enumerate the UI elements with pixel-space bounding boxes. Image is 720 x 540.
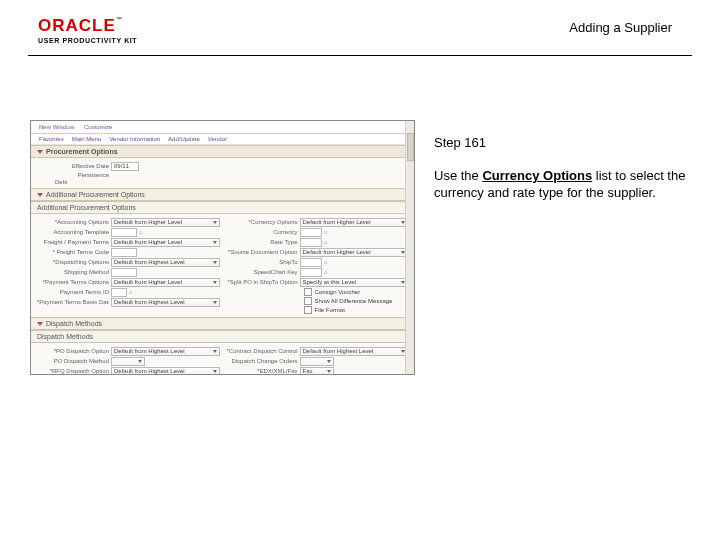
effdate-field[interactable]: 09/11 xyxy=(111,162,139,171)
scrollbar-thumb[interactable] xyxy=(407,133,414,161)
dispatch-grid: *PO Dispatch OptionDefault from Highest … xyxy=(31,343,414,375)
po-dispatch-option-select[interactable]: Default from Highest Level xyxy=(111,347,220,356)
step-instruction: Use the Currency Options list to select … xyxy=(434,168,694,201)
eff-block: Effective Date 09/11 Persistence Default xyxy=(31,158,414,188)
step-label: Step 161 xyxy=(434,135,694,150)
oracle-logo: ORACLE™ USER PRODUCTIVITY KIT xyxy=(38,16,137,44)
main-panel: Procurement Options Effective Date 09/11… xyxy=(31,145,414,375)
section-title: Additional Procurement Options xyxy=(37,204,136,211)
payment-basis-date-select[interactable]: Default from Highest Level xyxy=(111,298,220,307)
rfq-dispatch-option-select[interactable]: Default from Highest Level xyxy=(111,367,220,376)
lbl: *Contract Dispatch Control xyxy=(226,348,298,354)
section-addl-pay[interactable]: Additional Procurement Options xyxy=(31,201,414,214)
lookup-icon[interactable]: ⌕ xyxy=(324,259,328,265)
consign-voucher-checkbox[interactable] xyxy=(304,288,312,296)
lookup-icon[interactable]: ⌕ xyxy=(324,269,328,275)
brand-name: ORACLE xyxy=(38,16,116,35)
sub-brand: USER PRODUCTIVITY KIT xyxy=(38,37,137,44)
crumb[interactable]: Add/Update xyxy=(168,136,200,142)
instruction-panel: Step 161 Use the Currency Options list t… xyxy=(434,135,694,201)
lbl: Accounting Template xyxy=(37,229,109,235)
section-dispatch[interactable]: Dispatch Methods xyxy=(31,317,414,330)
section-title: Dispatch Methods xyxy=(37,333,93,340)
freight-terms-code-field[interactable] xyxy=(111,248,137,257)
persist-value: Default xyxy=(37,179,67,185)
crumb[interactable]: Vendor xyxy=(208,136,227,142)
accounting-options-select[interactable]: Default from Higher Level xyxy=(111,218,220,227)
lbl: *PO Dispatch Option xyxy=(37,348,109,354)
shipto-field[interactable] xyxy=(300,258,322,267)
persist-label: Persistence xyxy=(37,172,109,178)
currency-field[interactable] xyxy=(300,228,322,237)
lbl: Currency xyxy=(226,229,298,235)
subtab[interactable]: Customize xyxy=(84,124,112,130)
lbl: Rate Type xyxy=(226,239,298,245)
po-dispatch-method-select[interactable] xyxy=(111,357,145,366)
lbl: Payment Terms ID xyxy=(37,289,109,295)
chevron-down-icon xyxy=(37,193,43,197)
rate-type-field[interactable] xyxy=(300,238,322,247)
show-diff-checkbox[interactable] xyxy=(304,297,312,305)
addl-grid: *Accounting OptionsDefault from Higher L… xyxy=(31,214,414,317)
lookup-icon[interactable]: ⌕ xyxy=(139,229,143,235)
crumb[interactable]: Vendor Information xyxy=(109,136,160,142)
dispatch-change-orders-select[interactable] xyxy=(300,357,334,366)
section-title: Dispatch Methods xyxy=(46,320,102,327)
accounting-template-field[interactable] xyxy=(111,228,137,237)
trademark: ™ xyxy=(116,16,122,22)
lbl: * Freight Terms Code xyxy=(37,249,109,255)
shipping-method-field[interactable] xyxy=(111,268,137,277)
lbl: *EDX/XML/Fax xyxy=(226,368,298,374)
section-procurement[interactable]: Procurement Options xyxy=(31,145,414,158)
lbl: Dispatch Change Orders xyxy=(226,358,298,364)
lbl: *Accounting Options xyxy=(37,219,109,225)
chk-lbl: Show All Difference Message xyxy=(315,298,393,304)
lbl: *Currency Options xyxy=(226,219,298,225)
lbl: *Split PO in ShipTo Option xyxy=(226,279,298,285)
instr-strong: Currency Options xyxy=(482,168,592,183)
payment-terms-id-field[interactable] xyxy=(111,288,127,297)
file-format-checkbox[interactable] xyxy=(304,306,312,314)
header-rule xyxy=(28,55,692,56)
lbl: *Payment Terms Options xyxy=(37,279,109,285)
lbl: Shipping Method xyxy=(37,269,109,275)
source-doc-select[interactable]: Default from Higher Level xyxy=(300,248,409,257)
crumb[interactable]: Main Menu xyxy=(72,136,102,142)
dispatching-options-select[interactable]: Default from Highest Level xyxy=(111,258,220,267)
crumb[interactable]: Favorites xyxy=(39,136,64,142)
app-screenshot: New Window Customize Favorites Main Menu… xyxy=(30,120,415,375)
lbl: *RFQ Dispatch Option xyxy=(37,368,109,374)
speedchart-field[interactable] xyxy=(300,268,322,277)
lbl: *Dispatching Options xyxy=(37,259,109,265)
lookup-icon[interactable]: ⌕ xyxy=(129,289,133,295)
currency-options-select[interactable]: Default from Higher Level xyxy=(300,218,409,227)
lookup-icon[interactable]: ⌕ xyxy=(324,229,328,235)
contract-dispatch-control-select[interactable]: Default from Highest Level xyxy=(300,347,409,356)
chevron-down-icon xyxy=(37,150,43,154)
freight-terms-select[interactable]: Default from Higher Level xyxy=(111,238,220,247)
section-addl-proc[interactable]: Additional Procurement Options xyxy=(31,188,414,201)
app-sub-tabs: New Window Customize xyxy=(31,121,414,134)
lbl: ShipTo xyxy=(226,259,298,265)
chevron-down-icon xyxy=(37,322,43,326)
brand-header: ORACLE™ USER PRODUCTIVITY KIT Adding a S… xyxy=(28,16,692,56)
lookup-icon[interactable]: ⌕ xyxy=(324,239,328,245)
subtab[interactable]: New Window xyxy=(39,124,74,130)
chk-lbl: File Format xyxy=(315,307,345,313)
effdate-label: Effective Date xyxy=(37,163,109,169)
section-title: Procurement Options xyxy=(46,148,118,155)
instr-prefix: Use the xyxy=(434,168,482,183)
chk-lbl: Consign Voucher xyxy=(315,289,361,295)
lbl: PO Dispatch Method xyxy=(37,358,109,364)
lbl: *Payment Terms Basis Date Type xyxy=(37,299,109,305)
section-dispatch-sub[interactable]: Dispatch Methods xyxy=(31,330,414,343)
page-title: Adding a Supplier xyxy=(569,20,672,35)
edx-xml-fax-select[interactable]: Fax xyxy=(300,367,334,376)
payment-terms-select[interactable]: Default from Higher Level xyxy=(111,278,220,287)
split-po-select[interactable]: Specify at this Level xyxy=(300,278,409,287)
breadcrumb: Favorites Main Menu Vendor Information A… xyxy=(31,134,414,145)
vertical-scrollbar[interactable] xyxy=(405,121,414,374)
section-title: Additional Procurement Options xyxy=(46,191,145,198)
lbl: Freight / Payment Terms xyxy=(37,239,109,245)
lbl: *Source Document Option xyxy=(226,249,298,255)
